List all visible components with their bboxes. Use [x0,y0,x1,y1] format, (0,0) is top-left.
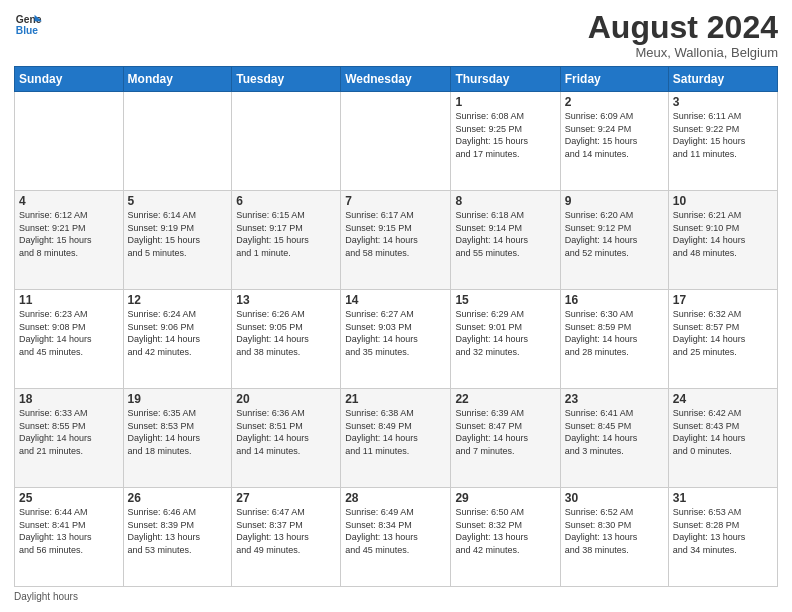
calendar-cell: 20Sunrise: 6:36 AM Sunset: 8:51 PM Dayli… [232,389,341,488]
day-number: 18 [19,392,119,406]
calendar-cell [232,92,341,191]
month-title: August 2024 [588,10,778,45]
day-number: 3 [673,95,773,109]
day-info: Sunrise: 6:27 AM Sunset: 9:03 PM Dayligh… [345,308,446,358]
day-info: Sunrise: 6:30 AM Sunset: 8:59 PM Dayligh… [565,308,664,358]
calendar-cell: 23Sunrise: 6:41 AM Sunset: 8:45 PM Dayli… [560,389,668,488]
day-info: Sunrise: 6:12 AM Sunset: 9:21 PM Dayligh… [19,209,119,259]
day-info: Sunrise: 6:24 AM Sunset: 9:06 PM Dayligh… [128,308,228,358]
calendar-cell: 14Sunrise: 6:27 AM Sunset: 9:03 PM Dayli… [341,290,451,389]
calendar-cell: 16Sunrise: 6:30 AM Sunset: 8:59 PM Dayli… [560,290,668,389]
day-info: Sunrise: 6:35 AM Sunset: 8:53 PM Dayligh… [128,407,228,457]
calendar-cell: 27Sunrise: 6:47 AM Sunset: 8:37 PM Dayli… [232,488,341,587]
day-number: 26 [128,491,228,505]
day-info: Sunrise: 6:49 AM Sunset: 8:34 PM Dayligh… [345,506,446,556]
calendar-cell: 30Sunrise: 6:52 AM Sunset: 8:30 PM Dayli… [560,488,668,587]
day-info: Sunrise: 6:46 AM Sunset: 8:39 PM Dayligh… [128,506,228,556]
calendar-cell: 28Sunrise: 6:49 AM Sunset: 8:34 PM Dayli… [341,488,451,587]
calendar-week-2: 4Sunrise: 6:12 AM Sunset: 9:21 PM Daylig… [15,191,778,290]
day-number: 24 [673,392,773,406]
column-header-wednesday: Wednesday [341,67,451,92]
calendar-cell: 25Sunrise: 6:44 AM Sunset: 8:41 PM Dayli… [15,488,124,587]
page: General Blue August 2024 Meux, Wallonia,… [0,0,792,612]
calendar-cell: 9Sunrise: 6:20 AM Sunset: 9:12 PM Daylig… [560,191,668,290]
day-number: 16 [565,293,664,307]
calendar-cell: 17Sunrise: 6:32 AM Sunset: 8:57 PM Dayli… [668,290,777,389]
calendar-week-1: 1Sunrise: 6:08 AM Sunset: 9:25 PM Daylig… [15,92,778,191]
day-number: 8 [455,194,555,208]
day-number: 10 [673,194,773,208]
day-info: Sunrise: 6:23 AM Sunset: 9:08 PM Dayligh… [19,308,119,358]
calendar-cell: 1Sunrise: 6:08 AM Sunset: 9:25 PM Daylig… [451,92,560,191]
day-number: 25 [19,491,119,505]
day-number: 14 [345,293,446,307]
header: General Blue August 2024 Meux, Wallonia,… [14,10,778,60]
day-info: Sunrise: 6:39 AM Sunset: 8:47 PM Dayligh… [455,407,555,457]
day-number: 4 [19,194,119,208]
calendar-cell [15,92,124,191]
calendar-cell: 10Sunrise: 6:21 AM Sunset: 9:10 PM Dayli… [668,191,777,290]
svg-text:Blue: Blue [16,25,39,36]
calendar-cell: 4Sunrise: 6:12 AM Sunset: 9:21 PM Daylig… [15,191,124,290]
column-header-tuesday: Tuesday [232,67,341,92]
footer: Daylight hours [14,591,778,602]
location-subtitle: Meux, Wallonia, Belgium [588,45,778,60]
day-info: Sunrise: 6:26 AM Sunset: 9:05 PM Dayligh… [236,308,336,358]
day-number: 23 [565,392,664,406]
calendar-cell: 29Sunrise: 6:50 AM Sunset: 8:32 PM Dayli… [451,488,560,587]
calendar-cell: 8Sunrise: 6:18 AM Sunset: 9:14 PM Daylig… [451,191,560,290]
day-info: Sunrise: 6:50 AM Sunset: 8:32 PM Dayligh… [455,506,555,556]
day-info: Sunrise: 6:08 AM Sunset: 9:25 PM Dayligh… [455,110,555,160]
column-header-thursday: Thursday [451,67,560,92]
day-number: 12 [128,293,228,307]
day-info: Sunrise: 6:33 AM Sunset: 8:55 PM Dayligh… [19,407,119,457]
day-number: 5 [128,194,228,208]
title-block: August 2024 Meux, Wallonia, Belgium [588,10,778,60]
day-number: 28 [345,491,446,505]
day-info: Sunrise: 6:41 AM Sunset: 8:45 PM Dayligh… [565,407,664,457]
day-info: Sunrise: 6:18 AM Sunset: 9:14 PM Dayligh… [455,209,555,259]
calendar-cell: 15Sunrise: 6:29 AM Sunset: 9:01 PM Dayli… [451,290,560,389]
day-info: Sunrise: 6:53 AM Sunset: 8:28 PM Dayligh… [673,506,773,556]
day-number: 7 [345,194,446,208]
day-number: 15 [455,293,555,307]
footer-label: Daylight hours [14,591,78,602]
calendar-cell: 26Sunrise: 6:46 AM Sunset: 8:39 PM Dayli… [123,488,232,587]
day-info: Sunrise: 6:14 AM Sunset: 9:19 PM Dayligh… [128,209,228,259]
calendar-cell: 18Sunrise: 6:33 AM Sunset: 8:55 PM Dayli… [15,389,124,488]
day-number: 30 [565,491,664,505]
column-header-sunday: Sunday [15,67,124,92]
day-number: 31 [673,491,773,505]
day-number: 19 [128,392,228,406]
calendar-week-4: 18Sunrise: 6:33 AM Sunset: 8:55 PM Dayli… [15,389,778,488]
calendar-cell: 21Sunrise: 6:38 AM Sunset: 8:49 PM Dayli… [341,389,451,488]
calendar-cell: 11Sunrise: 6:23 AM Sunset: 9:08 PM Dayli… [15,290,124,389]
calendar-cell: 19Sunrise: 6:35 AM Sunset: 8:53 PM Dayli… [123,389,232,488]
day-info: Sunrise: 6:21 AM Sunset: 9:10 PM Dayligh… [673,209,773,259]
calendar-cell: 7Sunrise: 6:17 AM Sunset: 9:15 PM Daylig… [341,191,451,290]
day-info: Sunrise: 6:36 AM Sunset: 8:51 PM Dayligh… [236,407,336,457]
calendar-week-5: 25Sunrise: 6:44 AM Sunset: 8:41 PM Dayli… [15,488,778,587]
day-info: Sunrise: 6:32 AM Sunset: 8:57 PM Dayligh… [673,308,773,358]
calendar-cell: 2Sunrise: 6:09 AM Sunset: 9:24 PM Daylig… [560,92,668,191]
day-info: Sunrise: 6:52 AM Sunset: 8:30 PM Dayligh… [565,506,664,556]
calendar-cell: 3Sunrise: 6:11 AM Sunset: 9:22 PM Daylig… [668,92,777,191]
column-header-friday: Friday [560,67,668,92]
day-number: 21 [345,392,446,406]
logo: General Blue [14,10,42,38]
calendar-cell: 6Sunrise: 6:15 AM Sunset: 9:17 PM Daylig… [232,191,341,290]
day-info: Sunrise: 6:11 AM Sunset: 9:22 PM Dayligh… [673,110,773,160]
column-header-saturday: Saturday [668,67,777,92]
calendar-cell: 13Sunrise: 6:26 AM Sunset: 9:05 PM Dayli… [232,290,341,389]
calendar-cell: 24Sunrise: 6:42 AM Sunset: 8:43 PM Dayli… [668,389,777,488]
calendar: SundayMondayTuesdayWednesdayThursdayFrid… [14,66,778,587]
day-info: Sunrise: 6:20 AM Sunset: 9:12 PM Dayligh… [565,209,664,259]
calendar-cell: 22Sunrise: 6:39 AM Sunset: 8:47 PM Dayli… [451,389,560,488]
calendar-cell [341,92,451,191]
day-number: 1 [455,95,555,109]
day-info: Sunrise: 6:29 AM Sunset: 9:01 PM Dayligh… [455,308,555,358]
day-number: 20 [236,392,336,406]
calendar-cell [123,92,232,191]
calendar-cell: 12Sunrise: 6:24 AM Sunset: 9:06 PM Dayli… [123,290,232,389]
column-header-monday: Monday [123,67,232,92]
